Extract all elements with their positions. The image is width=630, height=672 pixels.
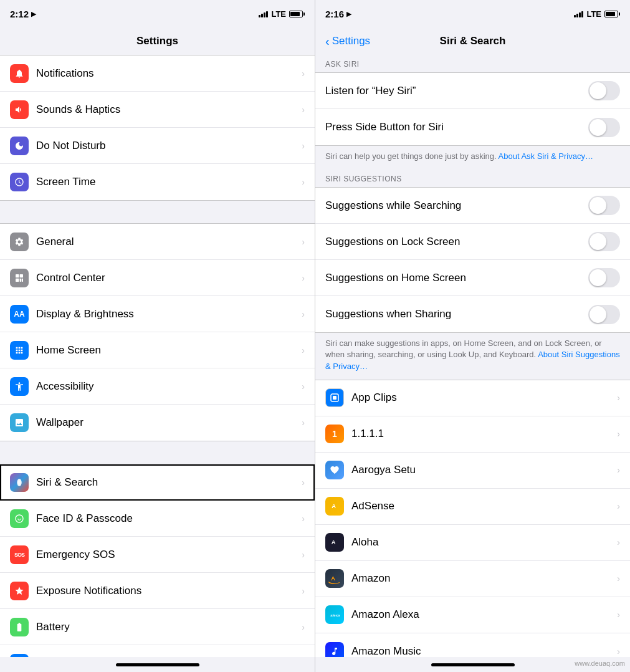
signal-bar-4: [266, 11, 268, 17]
1111-chevron: ›: [617, 429, 620, 439]
popup-side-button[interactable]: Press Side Button for Siri: [315, 109, 630, 145]
1111-label: 1.1.1.1: [351, 428, 617, 440]
left-nav-bar: Settings: [0, 27, 315, 55]
settings-item-accessibility[interactable]: Accessibility ›: [0, 368, 315, 405]
faceid-label: Face ID & Passcode: [36, 512, 302, 525]
settings-item-sos[interactable]: SOS Emergency SOS ›: [0, 537, 315, 573]
settings-item-sounds[interactable]: Sounds & Haptics ›: [0, 92, 315, 128]
suggestions-info: Siri can make suggestions in apps, on Ho…: [315, 333, 630, 380]
appclips-chevron: ›: [617, 393, 620, 403]
amazonmusic-icon: [325, 642, 344, 657]
left-panel: 2:12 ▶ LTE Settings: [0, 0, 315, 672]
right-location-icon: ▶: [346, 10, 351, 18]
signal-bar-3: [264, 12, 265, 17]
general-chevron: ›: [302, 237, 305, 247]
ask-siri-link[interactable]: About Ask Siri & Privacy…: [499, 151, 593, 161]
searching-toggle[interactable]: [588, 196, 620, 215]
svg-rect-3: [20, 278, 21, 281]
amazonalexa-label: Amazon Alexa: [351, 608, 617, 621]
settings-item-homescreen[interactable]: Home Screen ›: [0, 332, 315, 368]
svg-text:A: A: [332, 540, 336, 546]
left-status-icons: LTE: [259, 9, 305, 19]
screentime-chevron: ›: [302, 177, 305, 187]
right-status-bar: 2:16 ▶ LTE: [315, 0, 630, 27]
amazon-label: Amazon: [351, 572, 617, 585]
exposure-chevron: ›: [302, 586, 305, 596]
settings-item-display[interactable]: AA Display & Brightness ›: [0, 296, 315, 332]
ask-siri-info: Siri can help you get things done just b…: [315, 146, 630, 170]
signal-bar-2: [261, 14, 263, 17]
svg-rect-4: [22, 278, 23, 281]
svg-text:A: A: [332, 504, 336, 510]
back-button[interactable]: ‹ Settings: [325, 34, 370, 49]
right-battery-icon: [604, 11, 620, 17]
signal-bar-r1: [574, 15, 576, 17]
side-button-toggle[interactable]: [588, 118, 620, 137]
suggestion-sharing[interactable]: Suggestions when Sharing: [315, 296, 630, 332]
suggestion-searching[interactable]: Suggestions while Searching: [315, 188, 630, 224]
ask-siri-group: Listen for “Hey Siri” Press Side Button …: [315, 72, 630, 146]
svg-rect-2: [16, 278, 19, 281]
sharing-toggle[interactable]: [588, 305, 620, 324]
settings-item-exposure[interactable]: Exposure Notifications ›: [0, 573, 315, 609]
app-aarogya[interactable]: Aarogya Setu ›: [315, 453, 630, 489]
settings-item-wallpaper[interactable]: Wallpaper ›: [0, 405, 315, 441]
right-nav-title: Siri & Search: [440, 35, 506, 47]
siri-label: Siri & Search: [36, 476, 302, 489]
screentime-icon: [10, 173, 29, 191]
settings-item-dnd[interactable]: Do Not Disturb ›: [0, 128, 315, 164]
left-battery-icon: [289, 11, 305, 17]
left-settings-list: Notifications › Sounds & Haptics › Do No…: [0, 55, 315, 657]
aarogya-icon: [325, 461, 344, 479]
left-nav-title: Settings: [136, 35, 178, 47]
wallpaper-icon: [10, 413, 29, 432]
lockscreen-toggle-knob: [589, 233, 606, 250]
accessibility-label: Accessibility: [36, 380, 302, 393]
amazon-icon: A: [325, 569, 344, 588]
settings-item-general[interactable]: General ›: [0, 224, 315, 260]
settings-item-notifications[interactable]: Notifications ›: [0, 55, 315, 92]
hey-siri-toggle[interactable]: [588, 81, 620, 100]
amazon-chevron: ›: [617, 574, 620, 583]
amazonmusic-label: Amazon Music: [351, 645, 617, 657]
app-appclips[interactable]: App Clips ›: [315, 380, 630, 416]
lockscreen-toggle[interactable]: [588, 232, 620, 251]
app-amazon[interactable]: A Amazon ›: [315, 561, 630, 597]
settings-item-siri[interactable]: Siri & Search ›: [0, 464, 315, 501]
battery-label: Battery: [36, 621, 302, 633]
settings-item-privacy[interactable]: Privacy ›: [0, 645, 315, 657]
watermark: www.deuaq.com: [575, 660, 625, 667]
left-status-bar: 2:12 ▶ LTE: [0, 0, 315, 27]
app-amazonmusic[interactable]: Amazon Music ›: [315, 633, 630, 657]
siri-suggestions-group: Suggestions while Searching Suggestions …: [315, 187, 630, 333]
sharing-label: Suggestions when Sharing: [325, 308, 588, 320]
homescreen-icon: [10, 341, 29, 360]
screentime-label: Screen Time: [36, 176, 302, 188]
right-home-bar: [431, 663, 515, 666]
suggestion-homescreen-toggle[interactable]: [588, 268, 620, 287]
settings-item-controlcenter[interactable]: Control Center ›: [0, 260, 315, 296]
svg-rect-8: [333, 396, 336, 400]
controlcenter-chevron: ›: [302, 273, 305, 283]
popup-hey-siri[interactable]: Listen for “Hey Siri”: [315, 73, 630, 109]
right-time: 2:16: [325, 9, 344, 19]
suggestion-homescreen-label: Suggestions on Home Screen: [325, 272, 588, 284]
display-icon: AA: [10, 305, 29, 324]
settings-item-faceid[interactable]: Face ID & Passcode ›: [0, 501, 315, 537]
signal-bar-r4: [581, 11, 583, 17]
amazonmusic-chevron: ›: [617, 646, 620, 656]
exposure-icon: [10, 582, 29, 600]
suggestion-homescreen[interactable]: Suggestions on Home Screen: [315, 260, 630, 296]
suggestion-lockscreen[interactable]: Suggestions on Lock Screen: [315, 224, 630, 260]
right-signal-bars: [574, 10, 583, 17]
app-amazonalexa[interactable]: alexa Amazon Alexa ›: [315, 597, 630, 633]
settings-item-battery[interactable]: Battery ›: [0, 609, 315, 645]
aloha-label: Aloha: [351, 536, 617, 549]
svg-text:A: A: [331, 576, 335, 582]
app-aloha[interactable]: A Aloha ›: [315, 525, 630, 561]
general-icon: [10, 233, 29, 251]
app-1111[interactable]: 1 1.1.1.1 ›: [315, 416, 630, 453]
settings-item-screentime[interactable]: Screen Time ›: [0, 164, 315, 200]
app-adsense[interactable]: A AdSense ›: [315, 489, 630, 525]
display-chevron: ›: [302, 309, 305, 319]
